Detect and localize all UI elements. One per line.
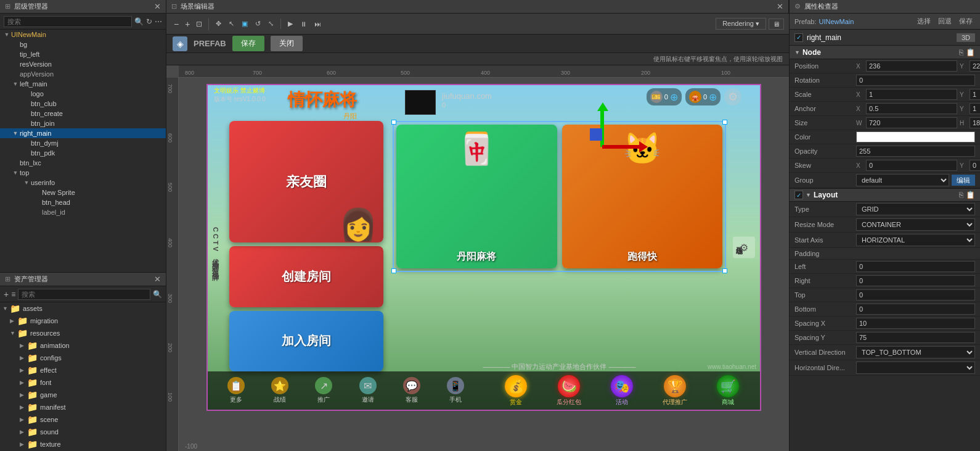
node-visible-checkbox[interactable]: ✓ [794,33,803,42]
bottom-btn-score[interactable]: ⭐ 战绩 [271,377,288,404]
tree-item-btn_create[interactable]: btn_create [0,109,166,118]
asset-add-icon[interactable]: + [4,289,9,299]
tree-item-userinfo[interactable]: ▼ userinfo [0,178,166,188]
prop-select-btn[interactable]: 选择 [915,17,933,26]
layout-copy-icon[interactable]: ⎘ [959,191,963,199]
scene-view[interactable]: 800 700 600 500 400 300 200 100 700 600 … [166,65,789,451]
asset-item-resources[interactable]: ▼ 📁 resources [0,327,166,339]
layer-search-icon[interactable]: 🔍 [134,17,144,26]
scale-y-input[interactable] [970,89,980,100]
tree-item-btn_dymj[interactable]: btn_dymj [0,138,166,148]
layer-more-icon[interactable]: ⋯ [155,17,162,26]
node-section-header[interactable]: ▼ Node ⎘ 📋 [790,46,980,59]
padding-top-input[interactable] [856,289,975,300]
btn-friends[interactable]: 亲友圈 👩 [229,121,383,242]
asset-item-font[interactable]: ▶ 📁 font [0,376,166,389]
tree-item-left_main[interactable]: ▼ left_main [0,79,166,89]
move-tool-btn[interactable]: ✥ [213,19,224,29]
layout-paste-icon[interactable]: 📋 [966,191,975,199]
asset-search-icon[interactable]: 🔍 [153,290,162,299]
asset-list-icon[interactable]: ≡ [11,290,15,299]
zoom-out-btn[interactable]: − [171,18,181,30]
tree-item-top[interactable]: ▼ top [0,168,166,178]
size-h-input[interactable] [970,117,980,128]
tree-item-UINewMain[interactable]: ▼ UINewMain [0,30,166,39]
rect-tool-btn[interactable]: ▣ [239,19,251,29]
position-x-input[interactable] [866,60,957,72]
type-select[interactable]: GRID [856,203,975,215]
tree-item-btn_club[interactable]: btn_club [0,99,166,109]
layer-refresh-icon[interactable]: ↻ [146,17,152,26]
tree-item-logo[interactable]: logo [0,89,166,99]
settings-top-btn[interactable]: ⚙ [724,88,741,106]
group-select[interactable]: default [856,174,949,186]
start-axis-select[interactable]: HORIZONTAL [856,234,975,246]
rendering-btn[interactable]: Rendering ▾ [716,18,766,30]
step-btn[interactable]: ⏭ [311,19,324,29]
zoom-in-btn[interactable]: + [182,18,192,30]
layout-checkbox[interactable]: ✓ [794,191,803,199]
bottom-btn-service[interactable]: 💬 客服 [403,377,420,404]
asset-item-scene[interactable]: ▶ 📁 scene [0,413,166,426]
add-currency-2-btn[interactable]: ⊕ [709,91,717,103]
bottom-btn-agent[interactable]: 🏆 代理推广 [663,375,687,407]
tree-item-bg[interactable]: bg [0,39,166,49]
btn-create-room[interactable]: 创建房间 [229,246,383,307]
anchor-x-input[interactable] [866,103,957,114]
prop-save-btn[interactable]: 保存 [957,17,975,26]
tree-item-tip_left[interactable]: tip_left [0,49,166,59]
tree-item-btn_head[interactable]: btn_head [0,197,166,207]
tree-item-right_main[interactable]: ▼ right_main [0,128,166,138]
asset-item-animation[interactable]: ▶ 📁 animation [0,339,166,352]
card-mahjong[interactable]: 🀄 丹阳麻将 [396,125,557,268]
bottom-btn-activity[interactable]: 🎭 活动 [611,375,633,407]
layout-section-header[interactable]: ✓ ▼ Layout ⎘ 📋 [790,188,980,202]
tree-item-btn_lxc[interactable]: btn_lxc [0,158,166,168]
color-swatch[interactable] [856,131,975,143]
scale-tool-btn[interactable]: ⤡ [265,19,277,29]
padding-bottom-input[interactable] [856,304,975,315]
pause-btn[interactable]: ⏸ [297,19,310,29]
tree-item-new-sprite[interactable]: New Sprite [0,188,166,197]
spacing-x-input[interactable] [856,318,975,329]
select-tool-btn[interactable]: ↖ [226,19,237,29]
spacing-y-input[interactable] [856,332,975,343]
btn-join-room[interactable]: 加入房间 [229,311,383,372]
vert-dir-select[interactable]: TOP_TO_BOTTOM [856,346,975,358]
asset-close-icon[interactable]: ✕ [154,275,161,284]
tree-item-appVersion[interactable]: appVersion [0,69,166,79]
asset-item-texture[interactable]: ▶ 📁 texture [0,438,166,450]
padding-right-input[interactable] [856,275,975,286]
layer-search-input[interactable] [4,16,132,27]
prop-back-btn[interactable]: 回退 [936,17,954,26]
skew-x-input[interactable] [866,160,957,171]
prefab-save-btn[interactable]: 保存 [232,36,264,51]
asset-item-configs[interactable]: ▶ 📁 configs [0,352,166,364]
bottom-btn-more[interactable]: 📋 更多 [227,377,245,404]
padding-left-input[interactable] [856,261,975,272]
asset-search-input[interactable] [18,289,150,300]
bottom-btn-invite[interactable]: ✉ 邀请 [359,377,377,404]
add-currency-1-btn[interactable]: ⊕ [670,91,678,103]
bottom-btn-redpacket[interactable]: 🍉 瓜分红包 [557,375,581,407]
card-race[interactable]: 🐱 跑得快 [562,125,723,268]
rotate-tool-btn[interactable]: ↺ [252,19,264,29]
bottom-btn-phone[interactable]: 📱 手机 [447,377,464,404]
bottom-btn-shop[interactable]: 🛒 商城 [717,375,739,407]
tree-item-label_id[interactable]: label_id [0,207,166,217]
tree-item-btn_pdk[interactable]: btn_pdk [0,148,166,158]
node-section-copy-icon[interactable]: ⎘ [959,48,963,57]
tree-item-resVersion[interactable]: resVersion [0,59,166,69]
bottom-btn-share[interactable]: ↗ 推广 [315,377,332,404]
view-mode-btn[interactable]: 🖥 [769,19,784,30]
asset-item-manifest[interactable]: ▶ 📁 manifest [0,401,166,413]
opacity-input[interactable] [856,146,975,157]
size-w-input[interactable] [866,117,957,128]
asset-item-assets[interactable]: ▼ 📁 assets [0,302,166,315]
zoom-fit-btn[interactable]: ⊡ [194,19,205,30]
group-edit-btn[interactable]: 编辑 [952,175,975,186]
horiz-dir-select[interactable] [856,362,975,374]
node-section-paste-icon[interactable]: 📋 [966,48,975,57]
play-btn[interactable]: ▶ [285,19,296,29]
asset-item-migration[interactable]: ▶ 📁 migration [0,315,166,327]
